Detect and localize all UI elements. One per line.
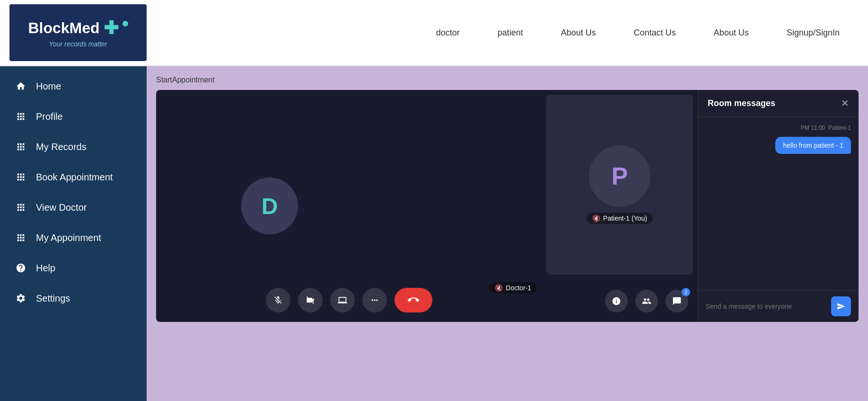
sidebar-item-book-appointment[interactable]: Book Appointment <box>0 162 147 192</box>
book-icon <box>14 170 27 184</box>
video-area: D P 🔇 Patient-1 (You) 🔇 Doctor-1 <box>156 90 698 322</box>
logo-plus-icon: ✚ <box>104 18 119 38</box>
info-button[interactable] <box>605 290 628 312</box>
screen-share-button[interactable] <box>330 288 355 312</box>
sidebar-settings-label: Settings <box>36 293 70 304</box>
doctor-avatar: D <box>241 178 298 234</box>
chat-input[interactable] <box>706 303 827 310</box>
patient-initial: P <box>612 162 628 190</box>
message-time: PM 11:00 <box>801 125 825 131</box>
sidebar-item-my-appointment[interactable]: My Appoinment <box>0 223 147 253</box>
nav-about-us-1[interactable]: About Us <box>561 28 596 38</box>
logo-dot <box>123 21 128 27</box>
call-controls <box>156 283 542 317</box>
sidebar-records-label: My Records <box>36 142 87 152</box>
main-nav: doctor patient About Us Contact Us About… <box>436 28 859 38</box>
records-icon <box>14 140 27 153</box>
patient-name-label: Patient-1 (You) <box>603 214 647 222</box>
logo-text: BlockMed <box>28 19 99 37</box>
logo-title: BlockMed ✚ <box>28 18 128 38</box>
sidebar-item-view-doctor[interactable]: View Doctor <box>0 192 147 223</box>
sidebar-item-home[interactable]: Home <box>0 71 147 101</box>
start-appointment-label: StartAppointment <box>156 76 859 84</box>
main-layout: Home Profile My Records Book Appointment… <box>0 66 868 401</box>
nav-doctor[interactable]: doctor <box>436 28 460 38</box>
chat-badge: 2 <box>682 288 690 296</box>
appointment-icon <box>14 231 27 244</box>
sidebar-item-settings[interactable]: Settings <box>0 283 147 313</box>
sidebar-view-doctor-label: View Doctor <box>36 202 87 213</box>
sidebar-item-profile[interactable]: Profile <box>0 101 147 132</box>
patient-label: 🔇 Patient-1 (You) <box>587 213 653 224</box>
message-bubble: hello from patient - 1 <box>775 137 851 154</box>
video-call-container: D P 🔇 Patient-1 (You) 🔇 Doctor-1 <box>156 90 859 322</box>
send-message-button[interactable] <box>831 296 851 316</box>
end-call-button[interactable] <box>395 288 432 312</box>
sidebar: Home Profile My Records Book Appointment… <box>0 66 147 401</box>
sidebar-help-label: Help <box>36 263 55 274</box>
message-sender: Patient-1 <box>828 125 851 131</box>
message-meta: PM 11:00 Patient-1 <box>706 125 851 131</box>
help-icon <box>14 261 27 275</box>
doctor-initial: D <box>262 193 278 219</box>
nav-contact-us[interactable]: Contact Us <box>634 28 676 38</box>
right-controls: 2 <box>546 285 693 317</box>
video-button[interactable] <box>298 288 323 312</box>
chat-panel: Room messages ✕ PM 11:00 Patient-1 hello… <box>698 90 859 322</box>
more-button[interactable] <box>362 288 387 312</box>
content-area: StartAppointment D P 🔇 Patient-1 (You) <box>147 66 868 401</box>
view-doctor-icon <box>14 201 27 214</box>
chat-button[interactable]: 2 <box>666 290 688 312</box>
mute-icon-patient: 🔇 <box>592 214 600 222</box>
patient-avatar: P <box>589 145 650 207</box>
nav-about-us-2[interactable]: About Us <box>714 28 749 38</box>
logo: BlockMed ✚ Your records matter <box>9 4 147 61</box>
sidebar-book-label: Book Appointment <box>36 172 113 183</box>
sidebar-appointment-label: My Appoinment <box>36 232 101 243</box>
patient-tile: P 🔇 Patient-1 (You) <box>546 95 693 275</box>
chat-close-button[interactable]: ✕ <box>841 98 849 109</box>
profile-icon <box>14 110 27 123</box>
home-icon <box>14 80 27 93</box>
sidebar-item-help[interactable]: Help <box>0 253 147 283</box>
logo-subtitle: Your records matter <box>49 40 107 48</box>
chat-input-area <box>698 290 859 322</box>
nav-signup-signin[interactable]: Signup/SignIn <box>787 28 840 38</box>
mute-button[interactable] <box>266 288 290 312</box>
chat-title: Room messages <box>708 98 775 108</box>
participants-button[interactable] <box>635 290 658 312</box>
nav-patient[interactable]: patient <box>498 28 523 38</box>
sidebar-profile-label: Profile <box>36 111 63 122</box>
sidebar-item-my-records[interactable]: My Records <box>0 132 147 162</box>
chat-messages: PM 11:00 Patient-1 hello from patient - … <box>698 117 859 290</box>
settings-icon <box>14 292 27 305</box>
chat-header: Room messages ✕ <box>698 90 859 117</box>
header: BlockMed ✚ Your records matter doctor pa… <box>0 0 868 66</box>
sidebar-home-label: Home <box>36 81 61 92</box>
